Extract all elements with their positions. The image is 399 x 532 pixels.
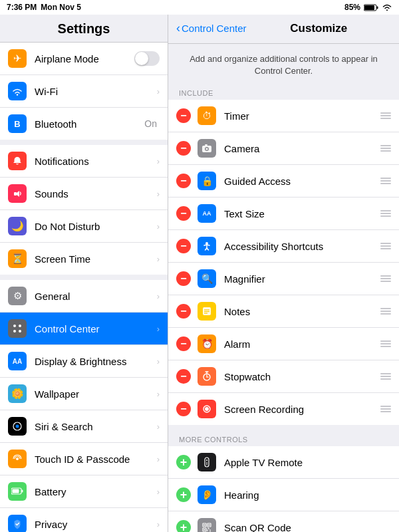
notes-remove-button[interactable]: − [176,304,191,319]
scanqr-add-button[interactable]: + [176,520,191,532]
include-section-header: INCLUDE [168,84,399,100]
control-item-textsize[interactable]: − AA Text Size [168,198,399,230]
settings-item-donotdisturb[interactable]: 🌙 Do Not Disturb › [0,210,168,243]
alarm-drag-handle[interactable] [380,340,391,347]
svg-rect-38 [209,525,210,526]
wallpaper-icon: 🌼 [8,384,27,403]
svg-rect-18 [205,144,207,146]
wallpaper-label: Wallpaper [35,388,154,400]
control-item-camera[interactable]: − Camera [168,132,399,165]
settings-item-airplane[interactable]: ✈ Airplane Mode [0,43,168,75]
textsize-drag-handle[interactable] [380,210,391,217]
svg-rect-13 [22,490,23,493]
more-section-header: MORE CONTROLS [168,430,399,446]
touchid-label: Touch ID & Passcode [35,454,154,465]
bluetooth-icon: B [8,114,27,133]
accessibility-drag-handle[interactable] [380,243,391,249]
magnifier-label: Magnifier [224,273,376,285]
control-item-alarm[interactable]: − ⏰ Alarm [168,328,399,360]
guidedaccess-drag-handle[interactable] [380,178,391,184]
settings-item-siri[interactable]: Siri & Search › [0,410,168,443]
screenrecording-drag-handle[interactable] [380,406,391,412]
control-item-accessibility[interactable]: − Accessibility Shortcuts [168,230,399,263]
status-date: Mon Nov 5 [41,3,81,12]
privacy-label: Privacy [35,519,154,530]
magnifier-drag-handle[interactable] [380,275,391,282]
general-label: General [35,291,154,302]
settings-item-bluetooth[interactable]: B Bluetooth On [0,108,168,140]
guidedaccess-remove-button[interactable]: − [176,174,191,188]
guidedaccess-icon: 🔒 [198,172,216,190]
timer-remove-button[interactable]: − [176,108,191,123]
camera-drag-handle[interactable] [380,145,391,152]
hearing-add-button[interactable]: + [176,487,191,502]
control-item-stopwatch[interactable]: − Stopwatch [168,360,399,393]
textsize-remove-button[interactable]: − [176,206,191,221]
notifications-icon [8,152,27,170]
guidedaccess-label: Guided Access [224,176,376,187]
notes-drag-handle[interactable] [380,308,391,315]
settings-item-wifi[interactable]: Wi-Fi › [0,75,168,108]
wifi-label: Wi-Fi [35,86,154,97]
back-button[interactable]: ‹ Control Center [176,21,247,35]
sounds-label: Sounds [35,188,154,200]
svg-point-17 [206,148,208,150]
screenrecording-icon [198,400,216,418]
control-item-guidedaccess[interactable]: − 🔒 Guided Access [168,165,399,198]
timer-icon: ⏱ [198,106,216,125]
siri-label: Siri & Search [35,421,154,432]
hearing-icon: 👂 [198,485,216,504]
settings-item-notifications[interactable]: Notifications › [0,145,168,178]
stopwatch-label: Stopwatch [224,371,376,382]
wifi-icon [382,3,392,11]
settings-item-wallpaper[interactable]: 🌼 Wallpaper › [0,378,168,410]
appletvremote-add-button[interactable]: + [176,455,191,469]
settings-item-touchid[interactable]: Touch ID & Passcode › [0,443,168,475]
right-panel: ‹ Control Center Customize Add and organ… [168,15,399,532]
general-chevron: › [157,291,160,301]
settings-item-general[interactable]: ⚙ General › [0,280,168,313]
settings-group-connectivity: ✈ Airplane Mode Wi-Fi › [0,43,168,140]
status-bar: 7:36 PM Mon Nov 5 85% [0,0,399,15]
control-item-notes[interactable]: − Notes [168,295,399,328]
control-item-hearing[interactable]: + 👂 Hearing [168,479,399,511]
wallpaper-chevron: › [157,389,160,399]
camera-remove-button[interactable]: − [176,141,191,156]
control-item-screenrecording[interactable]: − Screen Recording [168,393,399,425]
svg-point-11 [16,458,19,460]
timer-drag-handle[interactable] [380,112,391,119]
settings-item-display[interactable]: AA Display & Brightness › [0,345,168,378]
screenrecording-remove-button[interactable]: − [176,402,191,416]
settings-item-screentime[interactable]: ⏳ Screen Time › [0,243,168,275]
control-item-timer[interactable]: − ⏱ Timer [168,100,399,132]
stopwatch-drag-handle[interactable] [380,373,391,380]
notifications-label: Notifications [35,156,154,167]
settings-item-privacy[interactable]: Privacy › [0,508,168,532]
control-item-appletvremote[interactable]: + Apple TV Remote [168,446,399,479]
magnifier-icon: 🔍 [198,269,216,288]
airplane-toggle-knob [135,52,148,65]
svg-point-6 [19,325,21,327]
airplane-toggle[interactable] [134,51,160,66]
control-item-scanqr[interactable]: + [168,511,399,532]
control-item-magnifier[interactable]: − 🔍 Magnifier [168,263,399,295]
donotdisturb-icon: 🌙 [8,217,27,235]
settings-item-battery[interactable]: Battery › [0,475,168,508]
textsize-label: Text Size [224,208,376,219]
privacy-icon [8,515,27,532]
magnifier-remove-button[interactable]: − [176,271,191,286]
settings-group-2: Notifications › Sounds › 🌙 [0,145,168,275]
battery-settings-icon [8,482,27,501]
camera-icon [198,139,216,158]
settings-item-controlcenter[interactable]: Control Center › [0,313,168,345]
back-chevron-icon: ‹ [176,21,180,35]
svg-point-10 [16,425,19,428]
alarm-label: Alarm [224,338,376,350]
stopwatch-remove-button[interactable]: − [176,369,191,384]
accessibility-remove-button[interactable]: − [176,239,191,253]
textsize-icon: AA [198,204,216,223]
screentime-icon: ⏳ [8,249,27,268]
alarm-remove-button[interactable]: − [176,336,191,351]
settings-list: ✈ Airplane Mode Wi-Fi › [0,43,168,532]
settings-item-sounds[interactable]: Sounds › [0,178,168,210]
